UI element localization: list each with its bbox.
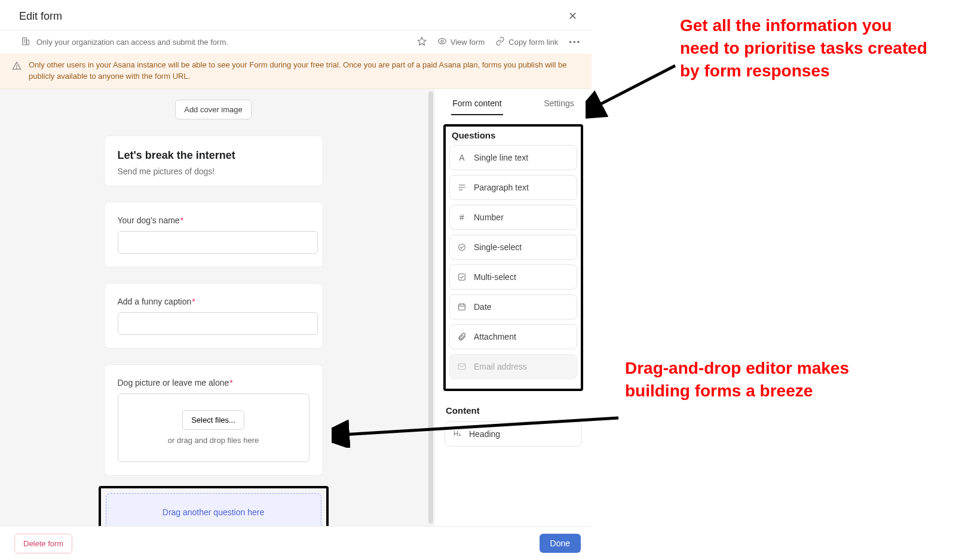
form-subtitle: Send me pictures of dogs! xyxy=(118,167,310,176)
palette-panel: Form content Settings Questions A Single… xyxy=(435,89,592,526)
more-menu-button[interactable]: ••• xyxy=(569,38,581,47)
close-button[interactable]: ✕ xyxy=(563,7,582,25)
close-icon: ✕ xyxy=(568,10,577,22)
question-type-label: Date xyxy=(474,302,492,312)
more-icon: ••• xyxy=(569,38,581,47)
question-type-label: Number xyxy=(474,213,504,222)
tab-settings[interactable]: Settings xyxy=(543,96,575,115)
question-card-2[interactable]: Add a funny caption* xyxy=(105,284,323,348)
question-label: Dog picture or leave me alone* xyxy=(118,378,310,387)
paragraph-icon xyxy=(457,183,467,192)
form-header-card[interactable]: Let's break the internet Send me picture… xyxy=(105,136,323,186)
scrollbar[interactable] xyxy=(427,89,435,526)
svg-rect-13 xyxy=(459,273,465,280)
title-bar: Edit form ✕ xyxy=(0,0,592,30)
calendar-icon xyxy=(457,302,467,312)
form-title: Let's break the internet xyxy=(118,149,310,162)
file-drag-hint: or drag and drop files here xyxy=(168,436,259,445)
link-icon xyxy=(495,36,505,48)
question-type-attachment[interactable]: Attachment xyxy=(449,324,577,349)
svg-line-22 xyxy=(344,418,618,435)
access-bar: Only your organization can access and su… xyxy=(0,30,592,54)
add-cover-image-button[interactable]: Add cover image xyxy=(175,100,252,119)
question-label: Your dog's name* xyxy=(118,216,310,225)
view-form-label: View form xyxy=(451,38,485,47)
select-files-button[interactable]: Select files... xyxy=(182,410,244,430)
question-card-3[interactable]: Dog picture or leave me alone* Select fi… xyxy=(105,365,323,475)
svg-point-8 xyxy=(17,68,17,69)
required-indicator: * xyxy=(192,297,195,306)
mail-icon xyxy=(457,362,467,371)
palette-tabs: Form content Settings xyxy=(443,96,583,116)
svg-point-6 xyxy=(441,40,443,42)
delete-form-button[interactable]: Delete form xyxy=(14,534,72,553)
question-card-1[interactable]: Your dog's name* xyxy=(105,202,323,267)
question-type-paragraph[interactable]: Paragraph text xyxy=(449,175,577,200)
annotation-arrow-bottom xyxy=(332,412,624,448)
form-editor-window: Edit form ✕ Only your organization can a… xyxy=(0,0,592,560)
warning-icon xyxy=(12,61,22,82)
required-indicator: * xyxy=(229,378,232,387)
copy-link-button[interactable]: Copy form link xyxy=(495,36,558,48)
annotation-highlight-questions: Questions A Single line text Paragraph t… xyxy=(443,124,583,391)
checkbox-icon xyxy=(457,272,467,282)
question-type-multi-select[interactable]: Multi-select xyxy=(449,264,577,290)
annotation-arrow-top xyxy=(586,60,681,119)
question-label: Add a funny caption* xyxy=(118,297,310,306)
svg-rect-18 xyxy=(458,364,465,369)
eye-icon xyxy=(437,36,447,48)
question-type-email[interactable]: Email address xyxy=(449,354,577,379)
required-indicator: * xyxy=(180,216,183,225)
svg-rect-1 xyxy=(26,40,29,45)
question-type-single-line[interactable]: A Single line text xyxy=(449,145,577,170)
question-type-label: Multi-select xyxy=(474,272,516,282)
text-input-preview xyxy=(118,231,318,254)
drop-zone-text: Drag another question here xyxy=(163,507,264,517)
question-label-text: Dog picture or leave me alone xyxy=(118,378,229,387)
access-info: Only your organization can access and su… xyxy=(21,36,228,48)
question-type-single-select[interactable]: Single-select xyxy=(449,235,577,260)
page-title: Edit form xyxy=(19,10,62,23)
trial-banner-text: Only other users in your Asana instance … xyxy=(29,60,580,82)
question-label-text: Your dog's name xyxy=(118,216,180,225)
access-text: Only your organization can access and su… xyxy=(36,38,228,47)
star-icon xyxy=(417,36,427,48)
file-upload-preview: Select files... or drag and drop files h… xyxy=(118,393,310,462)
question-label-text: Add a funny caption xyxy=(118,297,192,306)
copy-link-label: Copy form link xyxy=(508,38,558,47)
favorite-button[interactable] xyxy=(417,36,427,48)
text-icon: A xyxy=(457,153,467,162)
tab-form-content[interactable]: Form content xyxy=(451,96,502,115)
form-canvas: Add cover image Let's break the internet… xyxy=(0,89,427,526)
annotation-text-top: Get all the information you need to prio… xyxy=(680,14,931,82)
annotation-text-bottom: Drag-and-drop editor makes building form… xyxy=(625,357,876,402)
trial-banner: Only other users in your Asana instance … xyxy=(0,54,592,89)
question-type-label: Paragraph text xyxy=(474,183,529,192)
question-type-date[interactable]: Date xyxy=(449,294,577,319)
text-input-preview xyxy=(118,312,318,335)
access-actions: View form Copy form link ••• xyxy=(417,36,581,48)
svg-line-20 xyxy=(596,66,675,106)
org-icon xyxy=(21,36,30,48)
footer-bar: Delete form Done xyxy=(0,527,592,560)
done-button[interactable]: Done xyxy=(540,534,581,553)
svg-marker-5 xyxy=(418,37,425,45)
annotation-highlight-dropzone: Drag another question here xyxy=(99,486,329,526)
view-form-button[interactable]: View form xyxy=(437,36,485,48)
question-type-label: Single-select xyxy=(474,242,522,252)
svg-point-12 xyxy=(459,244,465,250)
hash-icon: # xyxy=(457,213,467,222)
svg-rect-14 xyxy=(459,304,465,310)
question-type-label: Email address xyxy=(474,362,527,371)
attachment-icon xyxy=(457,332,467,341)
question-drop-zone[interactable]: Drag another question here xyxy=(106,493,321,526)
section-heading-questions: Questions xyxy=(452,130,576,140)
workspace: Add cover image Let's break the internet… xyxy=(0,89,592,527)
question-type-label: Attachment xyxy=(474,332,516,341)
question-type-label: Single line text xyxy=(474,153,528,162)
svg-rect-0 xyxy=(23,38,27,45)
question-type-number[interactable]: # Number xyxy=(449,205,577,230)
radio-icon xyxy=(457,242,467,252)
